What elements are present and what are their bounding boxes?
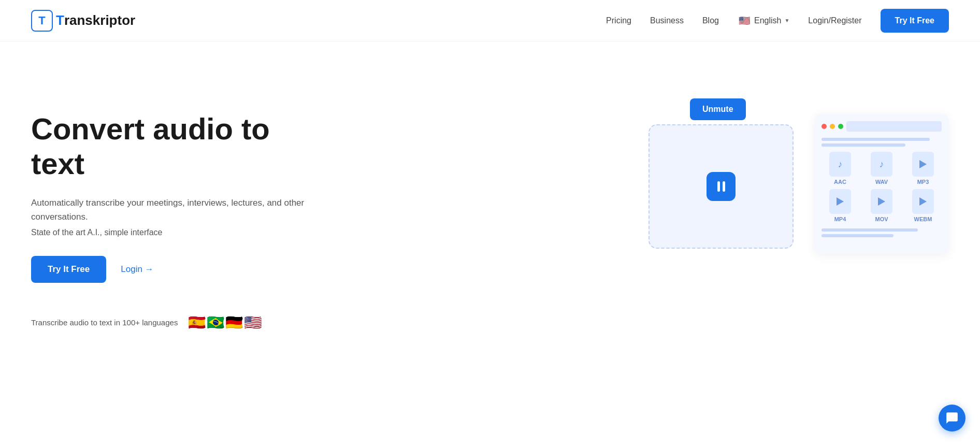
nav-cta-button[interactable]: Try It Free	[881, 9, 949, 33]
nav-language[interactable]: 🇺🇸 English ▼	[738, 14, 789, 27]
file-browser-card: ♪ AAC ♪ WAV MP3	[814, 114, 949, 254]
hero-subtitle: Automatically transcribe your meetings, …	[31, 196, 321, 224]
file-label-webm: WEBM	[914, 216, 932, 222]
nav-links: Pricing Business Blog 🇺🇸 English ▼ Login…	[606, 9, 949, 33]
flag-usa: 🇺🇸	[242, 312, 264, 334]
browser-topbar	[822, 121, 942, 132]
hero-section: Convert audio to text Automatically tran…	[0, 41, 980, 394]
nav-blog[interactable]: Blog	[702, 16, 719, 25]
player-card	[648, 124, 794, 249]
pause-bar-right	[723, 181, 725, 192]
languages-row: Transcribe audio to text in 100+ languag…	[31, 312, 321, 334]
file-label-mov: MOV	[875, 216, 888, 222]
nav-login[interactable]: Login/Register	[808, 16, 861, 25]
text-line	[822, 138, 930, 141]
file-item-aac: ♪ AAC	[822, 152, 859, 185]
play-icon	[919, 197, 927, 206]
file-grid: ♪ AAC ♪ WAV MP3	[822, 152, 942, 222]
logo[interactable]: T Transkriptor	[31, 10, 135, 32]
hero-illustration: Unmute	[648, 98, 949, 347]
pause-button[interactable]	[707, 172, 736, 201]
file-label-mp3: MP3	[917, 179, 929, 185]
language-flag-icon: 🇺🇸	[738, 14, 751, 27]
file-item-mp4: MP4	[822, 189, 859, 222]
text-line	[822, 234, 893, 237]
file-label-aac: AAC	[834, 179, 846, 185]
hero-tagline: State of the art A.I., simple interface	[31, 228, 321, 237]
logo-text: Transkriptor	[56, 12, 135, 28]
pause-bar-left	[717, 181, 720, 192]
file-label-wav: WAV	[875, 179, 888, 185]
text-lines-bottom	[822, 228, 942, 237]
file-icon-mp4	[829, 189, 851, 214]
file-icon-wav: ♪	[871, 152, 892, 177]
play-icon	[878, 197, 885, 206]
file-item-wav: ♪ WAV	[863, 152, 900, 185]
hero-title: Convert audio to text	[31, 112, 321, 181]
logo-icon: T	[31, 10, 53, 32]
file-item-mp3: MP3	[904, 152, 942, 185]
window-dot-green	[838, 124, 843, 129]
file-item-mov: MOV	[863, 189, 900, 222]
play-icon	[919, 160, 927, 168]
text-line	[822, 228, 918, 232]
nav-pricing[interactable]: Pricing	[606, 16, 631, 25]
flag-stack: 🇪🇸 🇧🇷 🇩🇪 🇺🇸	[186, 312, 264, 334]
music-note-icon: ♪	[880, 159, 884, 170]
music-note-icon: ♪	[838, 159, 843, 170]
file-label-mp4: MP4	[834, 216, 846, 222]
play-icon	[837, 197, 844, 206]
window-dot-yellow	[830, 124, 835, 129]
language-label: English	[754, 16, 781, 25]
file-icon-mp3	[912, 152, 934, 177]
nav-business[interactable]: Business	[650, 16, 684, 25]
hero-left: Convert audio to text Automatically tran…	[31, 112, 321, 334]
file-item-webm: WEBM	[904, 189, 942, 222]
file-icon-webm	[912, 189, 934, 214]
window-dot-red	[822, 124, 827, 129]
languages-text: Transcribe audio to text in 100+ languag…	[31, 318, 178, 327]
text-line	[822, 143, 905, 147]
hero-cta-button[interactable]: Try It Free	[31, 256, 106, 283]
hero-actions: Try It Free Login →	[31, 256, 321, 283]
file-icon-aac: ♪	[829, 152, 851, 177]
chevron-down-icon: ▼	[784, 18, 789, 23]
hero-login-link[interactable]: Login →	[121, 264, 153, 275]
navbar: T Transkriptor Pricing Business Blog 🇺🇸 …	[0, 0, 980, 41]
text-lines-top	[822, 138, 942, 147]
file-icon-mov	[871, 189, 892, 214]
browser-search-bar	[846, 121, 942, 132]
unmute-button[interactable]: Unmute	[690, 98, 746, 120]
